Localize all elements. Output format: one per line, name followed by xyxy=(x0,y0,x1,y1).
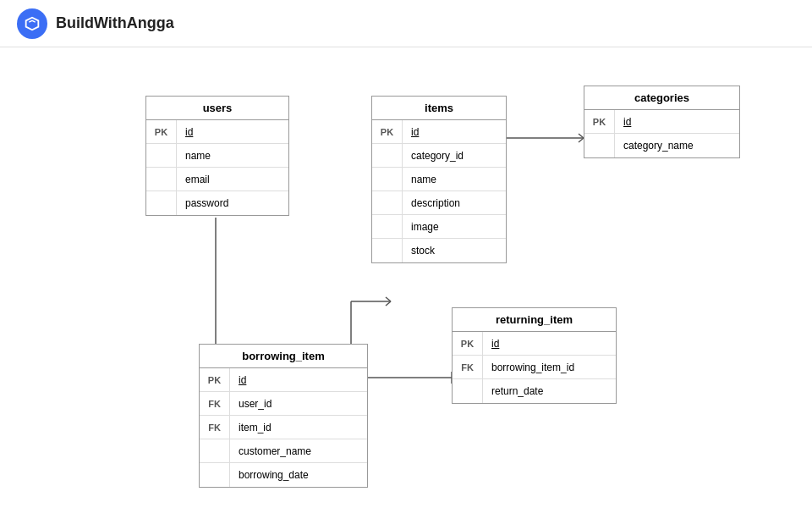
fk-badge: FK xyxy=(200,392,230,415)
empty-badge xyxy=(200,439,230,462)
field-borrowing-date: borrowing_date xyxy=(230,464,367,486)
empty-badge xyxy=(584,134,615,157)
table-row: borrowing_date xyxy=(200,463,367,487)
pk-badge: PK xyxy=(584,110,615,133)
table-row: description xyxy=(372,191,506,215)
pk-badge: PK xyxy=(372,120,403,143)
field-id: id xyxy=(615,111,739,133)
empty-badge xyxy=(372,168,403,190)
field-category-id: category_id xyxy=(403,145,506,167)
fk-badge: FK xyxy=(453,356,483,378)
field-category-name: category_name xyxy=(615,135,739,157)
pk-badge: PK xyxy=(200,368,230,391)
empty-badge xyxy=(146,191,177,215)
field-return-date: return_date xyxy=(483,380,616,402)
logo-text: BuildWithAngga xyxy=(56,14,174,32)
field-customer-name: customer_name xyxy=(230,440,367,462)
field-id: id xyxy=(230,369,367,391)
table-row: PK id xyxy=(372,120,506,144)
field-id: id xyxy=(403,121,506,143)
table-returning-item-title: returning_item xyxy=(453,308,616,332)
field-description: description xyxy=(403,192,506,214)
empty-badge xyxy=(146,168,177,190)
table-borrowing-item: borrowing_item PK id FK user_id FK item_… xyxy=(199,344,368,488)
table-borrowing-item-title: borrowing_item xyxy=(200,345,367,368)
field-item-id: item_id xyxy=(230,417,367,439)
table-row: name xyxy=(146,144,288,168)
fk-badge: FK xyxy=(200,416,230,439)
table-row: stock xyxy=(372,239,506,262)
erd-canvas: users PK id name email password items PK… xyxy=(0,47,812,508)
svg-line-4 xyxy=(386,301,391,306)
empty-badge xyxy=(453,379,483,403)
pk-badge: PK xyxy=(146,120,177,143)
table-row: password xyxy=(146,191,288,215)
table-row: category_name xyxy=(584,134,739,157)
field-borrowing-item-id: borrowing_item_id xyxy=(483,356,616,378)
table-row: customer_name xyxy=(200,439,367,463)
table-row: PK id xyxy=(453,332,616,356)
table-row: FK user_id xyxy=(200,392,367,416)
svg-line-3 xyxy=(386,297,391,301)
field-image: image xyxy=(403,216,506,238)
table-users: users PK id name email password xyxy=(145,96,289,216)
table-row: name xyxy=(372,168,506,191)
field-id: id xyxy=(483,333,616,355)
table-row: PK id xyxy=(200,368,367,392)
empty-badge xyxy=(372,144,403,167)
field-password: password xyxy=(177,192,288,214)
table-categories-title: categories xyxy=(584,86,739,110)
empty-badge xyxy=(372,191,403,214)
table-users-title: users xyxy=(146,97,288,120)
logo-icon xyxy=(17,8,47,39)
table-row: email xyxy=(146,168,288,191)
table-items-title: items xyxy=(372,97,506,120)
table-row: PK id xyxy=(584,110,739,134)
table-returning-item: returning_item PK id FK borrowing_item_i… xyxy=(452,307,617,404)
table-row: FK item_id xyxy=(200,416,367,439)
field-name: name xyxy=(177,145,288,167)
field-id: id xyxy=(177,121,288,143)
table-categories: categories PK id category_name xyxy=(584,86,740,158)
field-user-id: user_id xyxy=(230,393,367,415)
table-row: image xyxy=(372,215,506,239)
empty-badge xyxy=(146,144,177,167)
header: BuildWithAngga xyxy=(0,0,812,47)
table-row: FK borrowing_item_id xyxy=(453,356,616,379)
field-stock: stock xyxy=(403,240,506,262)
empty-badge xyxy=(200,463,230,487)
pk-badge: PK xyxy=(453,332,483,355)
field-email: email xyxy=(177,168,288,190)
empty-badge xyxy=(372,215,403,238)
table-row: PK id xyxy=(146,120,288,144)
table-row: return_date xyxy=(453,379,616,403)
field-name: name xyxy=(403,168,506,190)
table-items: items PK id category_id name description… xyxy=(371,96,507,263)
table-row: category_id xyxy=(372,144,506,168)
empty-badge xyxy=(372,239,403,262)
